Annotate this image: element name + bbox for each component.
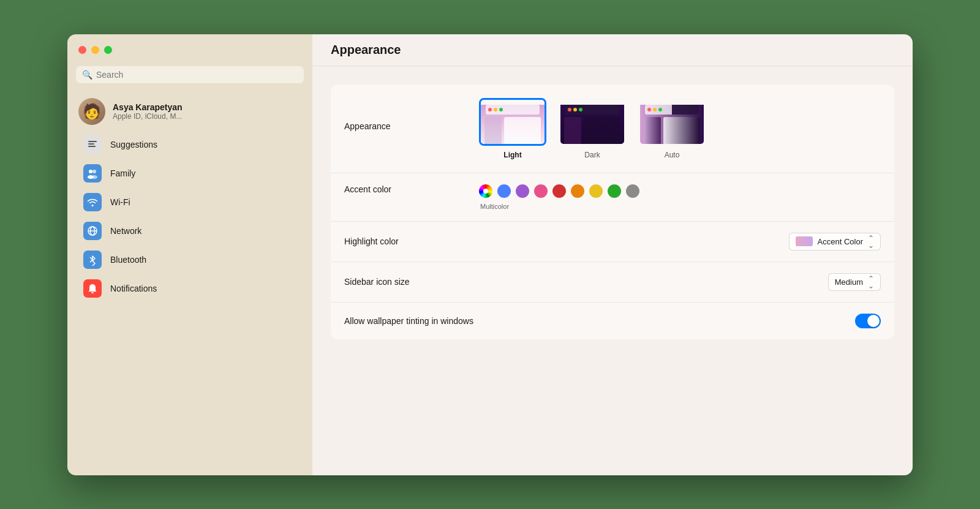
- wallpaper-tinting-toggle-container: [855, 314, 881, 328]
- accent-colors-container: Multicolor: [479, 184, 639, 210]
- accent-swatch-purple[interactable]: [516, 184, 529, 198]
- main-header: Appearance: [312, 34, 913, 66]
- user-subtitle: Apple ID, iCloud, M...: [113, 112, 183, 121]
- search-bar[interactable]: 🔍: [76, 66, 304, 83]
- accent-swatch-red[interactable]: [552, 184, 566, 198]
- network-icon: [83, 222, 102, 240]
- accent-swatch-multicolor[interactable]: [479, 184, 492, 198]
- sidebar-item-network[interactable]: Network: [72, 217, 307, 245]
- svg-point-4: [92, 170, 96, 173]
- close-button[interactable]: [78, 46, 86, 54]
- notifications-icon: [83, 279, 102, 298]
- page-title: Appearance: [331, 43, 401, 57]
- highlight-color-picker[interactable]: Accent Color ⌃ ⌃: [789, 233, 881, 251]
- sidebar-icon-size-row: Sidebar icon size Medium ⌃ ⌃: [331, 262, 894, 303]
- appearance-thumbnail-dark: [559, 98, 626, 146]
- appearance-option-label: Dark: [584, 151, 600, 159]
- sidebar: 🔍 🧑 Asya Karapetyan Apple ID, iCloud, M.…: [67, 34, 312, 475]
- family-icon: [83, 164, 102, 183]
- accent-color-control: Multicolor: [479, 184, 881, 210]
- appearance-option-dark[interactable]: Dark: [559, 98, 626, 159]
- svg-point-3: [89, 170, 92, 173]
- wallpaper-tinting-control: [479, 314, 881, 328]
- size-control[interactable]: Medium ⌃ ⌃: [828, 273, 881, 291]
- accent-swatch-green[interactable]: [608, 184, 621, 198]
- size-chevron-icon: ⌃ ⌃: [868, 276, 874, 288]
- appearance-control: Light: [479, 98, 881, 159]
- sidebar-item-label: Bluetooth: [110, 255, 146, 265]
- svg-rect-2: [88, 146, 96, 147]
- user-profile-item[interactable]: 🧑 Asya Karapetyan Apple ID, iCloud, M...: [67, 93, 312, 130]
- sidebar-item-label: Notifications: [110, 284, 157, 293]
- accent-selected-label: Multicolor: [480, 203, 639, 210]
- search-input[interactable]: [96, 70, 298, 80]
- sidebar-item-label: Wi-Fi: [110, 197, 130, 207]
- user-name: Asya Karapetyan: [113, 102, 183, 112]
- user-info: Asya Karapetyan Apple ID, iCloud, M...: [113, 102, 183, 121]
- highlight-color-label: Highlight color: [344, 236, 479, 246]
- highlight-control[interactable]: Accent Color ⌃ ⌃: [789, 233, 881, 251]
- minimize-button[interactable]: [91, 46, 99, 54]
- sidebar-item-wifi[interactable]: Wi-Fi: [72, 188, 307, 216]
- suggestions-icon: [83, 135, 102, 154]
- appearance-picker: Light: [479, 98, 706, 159]
- appearance-thumbnail-light: [479, 98, 546, 146]
- sidebar-item-label: Suggestions: [110, 140, 157, 149]
- wifi-icon: [83, 193, 102, 211]
- highlight-value: Accent Color: [818, 237, 863, 246]
- highlight-swatch: [796, 236, 813, 246]
- appearance-option-label: Auto: [665, 151, 680, 159]
- sidebar-item-family[interactable]: Family: [72, 159, 307, 187]
- sidebar-item-label: Family: [110, 168, 135, 178]
- accent-colors: [479, 184, 639, 198]
- wallpaper-tinting-label: Allow wallpaper tinting in windows: [344, 316, 479, 326]
- settings-section: Appearance: [331, 85, 894, 339]
- accent-swatch-pink[interactable]: [534, 184, 548, 198]
- accent-swatch-graphite[interactable]: [626, 184, 639, 198]
- search-icon: 🔍: [82, 70, 92, 80]
- accent-color-label: Accent color: [344, 184, 479, 194]
- sidebar-icon-size-label: Sidebar icon size: [344, 277, 479, 287]
- appearance-label: Appearance: [344, 98, 479, 131]
- sidebar-item-label: Network: [110, 226, 141, 236]
- accent-swatch-orange[interactable]: [571, 184, 584, 198]
- highlight-color-control: Accent Color ⌃ ⌃: [479, 233, 881, 251]
- chevron-icon: ⌃ ⌃: [868, 236, 874, 247]
- titlebar: [67, 34, 312, 66]
- appearance-option-auto[interactable]: Auto: [638, 98, 706, 159]
- bluetooth-icon: [83, 251, 102, 269]
- wallpaper-tinting-toggle[interactable]: [855, 314, 881, 328]
- wallpaper-tinting-row: Allow wallpaper tinting in windows: [331, 303, 894, 339]
- appearance-thumbnail-auto: [638, 98, 706, 146]
- svg-point-6: [91, 175, 97, 179]
- svg-rect-0: [88, 141, 97, 142]
- appearance-row: Appearance: [331, 85, 894, 173]
- sidebar-icon-size-picker[interactable]: Medium ⌃ ⌃: [828, 273, 881, 291]
- avatar: 🧑: [78, 98, 105, 125]
- highlight-color-row: Highlight color Accent Color ⌃ ⌃: [331, 222, 894, 262]
- main-content: Appearance Appearance: [312, 34, 913, 475]
- sidebar-content: 🧑 Asya Karapetyan Apple ID, iCloud, M...…: [67, 91, 312, 475]
- svg-rect-1: [88, 143, 94, 145]
- size-value: Medium: [835, 277, 863, 287]
- sidebar-item-bluetooth[interactable]: Bluetooth: [72, 246, 307, 274]
- appearance-option-light[interactable]: Light: [479, 98, 546, 159]
- appearance-option-label: Light: [503, 151, 521, 159]
- sidebar-icon-size-control: Medium ⌃ ⌃: [479, 273, 881, 291]
- main-body: Appearance: [312, 66, 913, 475]
- accent-swatch-yellow[interactable]: [589, 184, 603, 198]
- maximize-button[interactable]: [104, 46, 112, 54]
- accent-color-row: Accent color: [331, 173, 894, 222]
- accent-swatch-blue[interactable]: [497, 184, 511, 198]
- main-window: 🔍 🧑 Asya Karapetyan Apple ID, iCloud, M.…: [67, 34, 913, 475]
- sidebar-item-suggestions[interactable]: Suggestions: [72, 130, 307, 159]
- toggle-knob: [867, 315, 880, 327]
- sidebar-item-notifications[interactable]: Notifications: [72, 274, 307, 303]
